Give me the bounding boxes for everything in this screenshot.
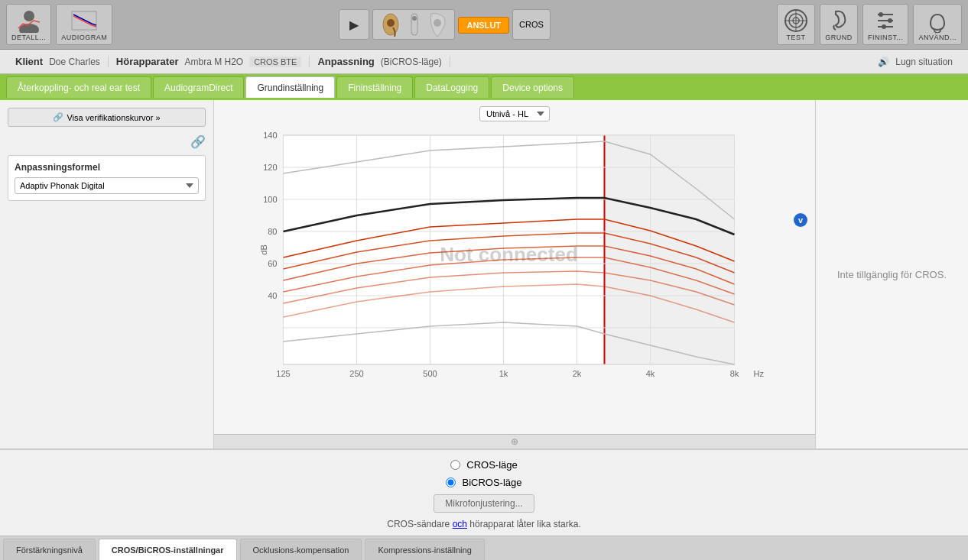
svg-text:2k: 2k — [573, 369, 582, 378]
not-available-text: Inte tillgänglig för CROS. — [837, 269, 947, 280]
left-panel: 🔗 Visa verifikationskurvor » 🔗 Anpassnin… — [0, 100, 214, 448]
ear-icon — [825, 8, 853, 33]
chart-area: i Utnivå - HLUtnivå - SPL v — [214, 100, 815, 448]
test-button[interactable]: TEST — [777, 4, 815, 45]
adaptation-section: Anpassning (BiCROS-läge) — [310, 56, 450, 67]
cros-desc-link[interactable]: och — [453, 519, 467, 529]
svg-text:140: 140 — [263, 131, 277, 140]
audiogram-icon — [70, 8, 98, 33]
tab-forstarkningsniva[interactable]: Förstärkningsnivå — [3, 539, 96, 560]
toolbar-center: ▶ ANSLUT CROS — [112, 9, 777, 40]
svg-text:120: 120 — [263, 163, 277, 172]
top-toolbar: DETALL... AUDIOGRAM — [0, 0, 968, 50]
audiogram-button[interactable]: AUDIOGRAM — [56, 4, 112, 45]
bottom-tabs: Förstärkningsnivå CROS/BiCROS-inställnin… — [0, 536, 968, 560]
svg-point-0 — [24, 11, 34, 21]
test-label: TEST — [786, 34, 805, 41]
fininst-button[interactable]: FININST... — [862, 4, 909, 45]
sliders-icon — [872, 8, 899, 33]
svg-text:60: 60 — [268, 259, 277, 268]
cros-radio[interactable] — [450, 460, 460, 470]
toolbar-right: TEST GRUND — [777, 4, 962, 45]
cros-desc-pre: CROS-sändare — [387, 519, 452, 529]
situation-label: Lugn situation — [895, 57, 953, 67]
divider-icon: ⊕ — [511, 436, 518, 447]
svg-point-10 — [412, 16, 417, 21]
level-select[interactable]: Utnivå - HLUtnivå - SPL — [479, 106, 550, 121]
svg-text:4k: 4k — [646, 369, 655, 378]
upper-content: 🔗 Visa verifikationskurvor » 🔗 Anpassnin… — [0, 100, 968, 448]
tab-datalogging[interactable]: DataLogging — [414, 76, 489, 98]
frequency-chart: 140 120 100 80 60 40 dB 125 250 500 1k 2… — [222, 128, 804, 387]
svg-point-18 — [879, 12, 883, 17]
svg-text:8k: 8k — [730, 369, 739, 378]
hearing-aid-thin-icon — [405, 11, 424, 38]
grund-button[interactable]: GRUND — [820, 4, 858, 45]
tab-ocklusions[interactable]: Ocklusions-kompensation — [240, 539, 362, 560]
hearing-aids-label: Hörapparater — [116, 56, 179, 67]
cros-mode-option[interactable]: CROS-läge — [450, 459, 517, 471]
verification-button[interactable]: 🔗 Visa verifikationskurvor » — [8, 108, 206, 127]
svg-text:80: 80 — [268, 227, 277, 236]
bicros-mode-label: BiCROS-läge — [462, 477, 521, 488]
hearing-aid-bte-icon — [427, 11, 448, 38]
formula-select[interactable]: Adaptiv Phonak DigitalNAL-NL1NAL-NL2DSL … — [15, 177, 199, 194]
chart-region: 140 120 100 80 60 40 dB 125 250 500 1k 2… — [214, 128, 815, 393]
svg-text:40: 40 — [268, 291, 277, 300]
anvand-button[interactable]: ANVÄND... — [913, 4, 962, 45]
cros-options-area: CROS-läge BiCROS-läge Mikrofonjustering.… — [0, 450, 968, 536]
hearing-aid-icon — [379, 11, 402, 38]
anvand-label: ANVÄND... — [918, 34, 957, 41]
right-panel: Inte tillgänglig för CROS. — [815, 100, 968, 448]
link-icon: 🔗 — [53, 112, 63, 122]
hearing-aid-group[interactable] — [372, 9, 455, 40]
client-label: Klient — [15, 56, 43, 67]
divider-handle[interactable]: ⊕ — [214, 434, 815, 448]
tab-cros-bicros[interactable]: CROS/BiCROS-inställningar — [99, 539, 237, 560]
tab-aterkoppling[interactable]: Återkoppling- och real ear test — [6, 76, 151, 98]
svg-text:1k: 1k — [499, 369, 508, 378]
tab-fininstallning[interactable]: Fininställning — [336, 76, 413, 98]
toolbar-left: DETALL... AUDIOGRAM — [6, 4, 112, 45]
play-button[interactable]: ▶ — [339, 9, 369, 40]
info-bar: Klient Doe Charles Hörapparater Ambra M … — [0, 50, 968, 74]
device-type: CROS BTE — [249, 57, 301, 67]
client-name: Doe Charles — [49, 57, 100, 67]
cros-label: CROS — [519, 20, 544, 29]
mikro-button[interactable]: Mikrofonjustering... — [434, 494, 534, 513]
sound-icon: 🔊 — [878, 57, 889, 67]
svg-text:500: 500 — [423, 369, 437, 378]
formula-label: Anpassningsformel — [15, 162, 199, 173]
bicros-radio[interactable] — [446, 477, 456, 487]
tab-audiogram[interactable]: AudiogramDirect — [153, 76, 244, 98]
target-icon — [782, 8, 810, 33]
connect-button[interactable]: ANSLUT — [458, 17, 509, 34]
detail-label: DETALL... — [11, 34, 46, 41]
audiogram-label: AUDIOGRAM — [61, 34, 107, 41]
svg-point-8 — [387, 19, 395, 27]
client-section: Klient Doe Charles — [8, 56, 109, 67]
connect-label: ANSLUT — [466, 21, 501, 30]
bicros-mode-option[interactable]: BiCROS-läge — [446, 477, 521, 488]
lower-section: CROS-läge BiCROS-läge Mikrofonjustering.… — [0, 448, 968, 560]
tab-grundinstallning[interactable]: Grundinställning — [245, 76, 335, 98]
cros-button[interactable]: CROS — [512, 9, 551, 40]
detail-button[interactable]: DETALL... — [6, 4, 51, 45]
cros-mode-label: CROS-läge — [466, 459, 517, 471]
svg-text:dB: dB — [259, 244, 268, 254]
svg-point-22 — [882, 24, 886, 29]
svg-text:100: 100 — [263, 195, 277, 204]
person-icon — [15, 8, 43, 33]
verification-label: Visa verifikationskurvor » — [67, 113, 160, 122]
device-name: Ambra M H2O — [184, 57, 243, 67]
adaptation-mode: (BiCROS-läge) — [381, 57, 442, 67]
svg-text:250: 250 — [349, 369, 363, 378]
cros-desc-post: hörapparat låter lika starka. — [467, 519, 581, 529]
tab-kompressions[interactable]: Kompressions-inställning — [365, 539, 484, 560]
formula-group: Anpassningsformel Adaptiv Phonak Digital… — [8, 155, 206, 201]
tab-device-options[interactable]: Device options — [491, 76, 574, 98]
svg-point-20 — [888, 18, 892, 23]
main-content: 🔗 Visa verifikationskurvor » 🔗 Anpassnin… — [0, 100, 968, 560]
link-icon-small: 🔗 — [190, 134, 206, 149]
situation-section: 🔊 Lugn situation — [870, 57, 960, 67]
